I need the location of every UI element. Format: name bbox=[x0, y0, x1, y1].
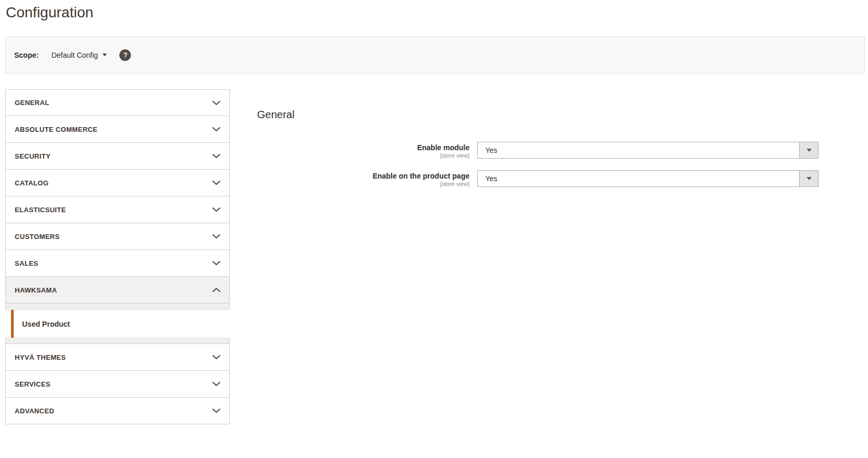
nav-item-used-product[interactable]: Used Product bbox=[11, 310, 230, 338]
chevron-down-icon bbox=[212, 261, 221, 266]
field-scope-hint: [store view] bbox=[230, 152, 469, 159]
field-row-enable-on-the-product-page: Enable on the product page [store view] … bbox=[230, 170, 868, 188]
nav-section-label: CUSTOMERS bbox=[15, 233, 60, 241]
question-mark-icon: ? bbox=[123, 51, 127, 59]
nav-section-label: ABSOLUTE COMMERCE bbox=[15, 126, 98, 133]
nav-section-label: SERVICES bbox=[15, 380, 50, 388]
triangle-down-icon bbox=[806, 177, 812, 180]
field-label: Enable on the product page bbox=[230, 171, 469, 181]
dropdown-arrow-button[interactable] bbox=[799, 171, 818, 186]
nav-section-label: GENERAL bbox=[15, 99, 49, 107]
chevron-down-icon bbox=[212, 100, 221, 106]
nav-section-services[interactable]: SERVICES bbox=[5, 371, 230, 398]
scope-current-value: Default Config bbox=[52, 51, 98, 59]
page-title: Configuration bbox=[6, 4, 94, 21]
scope-label: Scope: bbox=[14, 51, 39, 59]
nav-section-general[interactable]: GENERAL bbox=[5, 89, 230, 116]
nav-section-label: ELASTICSUITE bbox=[15, 206, 66, 214]
dropdown-arrow-button[interactable] bbox=[799, 142, 818, 158]
nav-section-customers[interactable]: CUSTOMERS bbox=[5, 223, 230, 250]
nav-section-label: HYVÄ THEMES bbox=[15, 353, 66, 361]
chevron-down-icon bbox=[212, 180, 221, 185]
select-enable-module[interactable]: Yes bbox=[477, 142, 819, 159]
subnav-strip-top bbox=[5, 304, 230, 310]
select-enable-on-the-product-page[interactable]: Yes bbox=[477, 170, 819, 187]
field-scope-hint: [store view] bbox=[230, 181, 469, 188]
configuration-page: Configuration Scope: Default Config ? GE… bbox=[0, 0, 868, 458]
scope-switcher-dropdown[interactable]: Default Config bbox=[52, 51, 107, 59]
chevron-down-icon bbox=[212, 127, 221, 132]
config-nav: GENERAL ABSOLUTE COMMERCE SECURITY CATAL… bbox=[5, 89, 230, 424]
chevron-down-icon bbox=[212, 234, 221, 239]
field-label: Enable module bbox=[230, 143, 469, 152]
nav-section-label: CATALOG bbox=[15, 179, 48, 187]
field-row-enable-module: Enable module [store view] Yes bbox=[230, 142, 868, 159]
nav-section-advanced[interactable]: ADVANCED bbox=[5, 398, 230, 424]
nav-section-absolute-commerce[interactable]: ABSOLUTE COMMERCE bbox=[5, 116, 230, 143]
nav-section-hawksama[interactable]: HAWKSAMA bbox=[5, 277, 230, 304]
scope-bar: Scope: Default Config ? bbox=[5, 36, 865, 74]
subnav-strip-bottom bbox=[5, 338, 230, 344]
nav-section-label: HAWKSAMA bbox=[15, 286, 57, 294]
field-label-col: Enable module [store view] bbox=[230, 142, 469, 159]
chevron-down-icon bbox=[212, 381, 221, 387]
nav-section-label: SALES bbox=[15, 259, 38, 267]
field-select-value: Yes bbox=[485, 171, 497, 186]
caret-down-icon bbox=[103, 54, 107, 56]
nav-item-label: Used Product bbox=[22, 320, 70, 328]
nav-section-security[interactable]: SECURITY bbox=[5, 143, 230, 170]
nav-section-hyv-themes[interactable]: HYVÄ THEMES bbox=[5, 344, 230, 371]
config-form: Enable module [store view] Yes Enable on… bbox=[230, 142, 868, 199]
chevron-down-icon bbox=[212, 408, 221, 413]
field-select-value: Yes bbox=[485, 142, 497, 158]
nav-section-sales[interactable]: SALES bbox=[5, 250, 230, 277]
main-content: General Enable module [store view] Yes E… bbox=[230, 89, 868, 458]
triangle-down-icon bbox=[806, 149, 812, 152]
nav-section-elasticsuite[interactable]: ELASTICSUITE bbox=[5, 196, 230, 223]
section-title: General bbox=[257, 109, 294, 121]
chevron-down-icon bbox=[212, 153, 221, 159]
nav-section-label: ADVANCED bbox=[15, 407, 54, 415]
chevron-down-icon bbox=[212, 207, 221, 212]
nav-section-label: SECURITY bbox=[15, 152, 50, 160]
help-button[interactable]: ? bbox=[119, 49, 131, 61]
field-label-col: Enable on the product page [store view] bbox=[230, 170, 469, 188]
chevron-down-icon bbox=[212, 355, 221, 360]
chevron-up-icon bbox=[212, 287, 221, 293]
nav-section-catalog[interactable]: CATALOG bbox=[5, 170, 230, 196]
